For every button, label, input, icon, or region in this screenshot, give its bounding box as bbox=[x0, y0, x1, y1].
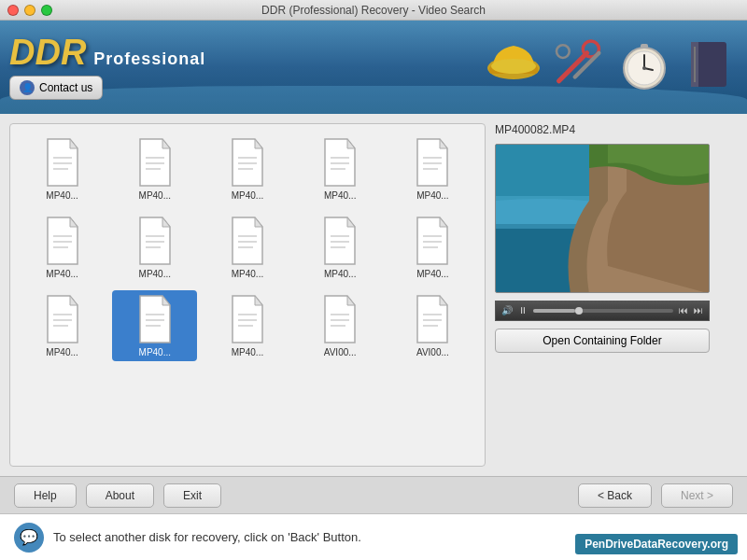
minimize-button[interactable] bbox=[24, 5, 35, 16]
app-header: DDR Professional 👤 Contact us bbox=[0, 21, 747, 114]
file-item[interactable]: MP40... bbox=[112, 290, 197, 361]
help-button[interactable]: Help bbox=[14, 483, 77, 508]
preview-panel: MP400082.MP4 bbox=[495, 123, 738, 467]
title-bar: DDR (Professional) Recovery - Video Sear… bbox=[0, 0, 747, 21]
file-icon bbox=[134, 216, 176, 266]
brand-watermark: PenDriveDataRecovery.org bbox=[575, 534, 738, 554]
maximize-button[interactable] bbox=[41, 5, 52, 16]
file-item[interactable]: AVI00... bbox=[390, 290, 475, 361]
status-message: To select another disk for recovery, cli… bbox=[53, 530, 361, 544]
file-label: MP40... bbox=[139, 269, 171, 279]
preview-filename: MP400082.MP4 bbox=[495, 123, 738, 136]
volume-icon[interactable]: 🔊 bbox=[501, 305, 513, 315]
open-containing-folder-button[interactable]: Open Containing Folder bbox=[495, 329, 710, 353]
next-button[interactable]: Next > bbox=[661, 483, 733, 508]
svg-point-6 bbox=[557, 45, 570, 58]
file-label: MP40... bbox=[139, 347, 171, 357]
file-icon bbox=[42, 216, 83, 266]
file-icon bbox=[319, 137, 360, 188]
file-icon bbox=[412, 137, 453, 188]
file-label: MP40... bbox=[232, 190, 263, 201]
pause-button[interactable]: ⏸ bbox=[518, 305, 528, 315]
file-label: MP40... bbox=[232, 269, 263, 279]
file-label: MP40... bbox=[324, 190, 356, 201]
about-button[interactable]: About bbox=[86, 483, 154, 508]
file-icon bbox=[42, 294, 83, 344]
svg-point-11 bbox=[642, 66, 646, 70]
svg-point-2 bbox=[491, 59, 536, 74]
file-item[interactable]: MP40... bbox=[390, 133, 475, 204]
content-area: MP40... MP40... MP40... MP40... bbox=[0, 114, 747, 476]
file-item[interactable]: MP40... bbox=[20, 212, 105, 283]
fastforward-icon[interactable]: ⏭ bbox=[694, 305, 703, 315]
logo-professional: Professional bbox=[93, 49, 205, 69]
back-button[interactable]: < Back bbox=[578, 483, 652, 508]
main-content: MP40... MP40... MP40... MP40... bbox=[0, 114, 747, 560]
logo-ddr: DDR bbox=[9, 35, 86, 70]
svg-rect-15 bbox=[694, 47, 696, 82]
header-decorations bbox=[486, 30, 738, 95]
file-item[interactable]: MP40... bbox=[204, 290, 289, 361]
progress-dot bbox=[575, 307, 583, 315]
svg-rect-12 bbox=[641, 44, 648, 49]
status-icon: 💬 bbox=[14, 523, 44, 553]
file-label: MP40... bbox=[46, 347, 78, 357]
file-label: MP40... bbox=[416, 269, 448, 279]
file-item[interactable]: MP40... bbox=[204, 133, 289, 204]
status-bar: 💬 To select another disk for recovery, c… bbox=[0, 513, 747, 560]
file-icon bbox=[412, 294, 453, 344]
file-item[interactable]: MP40... bbox=[112, 133, 197, 204]
file-item[interactable]: MP40... bbox=[204, 212, 289, 283]
file-icon bbox=[319, 216, 360, 266]
file-icon bbox=[319, 294, 360, 344]
file-item[interactable]: MP40... bbox=[112, 212, 197, 283]
rewind-icon[interactable]: ⏮ bbox=[679, 305, 688, 315]
file-grid-container[interactable]: MP40... MP40... MP40... MP40... bbox=[9, 123, 486, 467]
file-label: MP40... bbox=[232, 347, 263, 357]
contact-label: Contact us bbox=[39, 81, 92, 94]
file-label: MP40... bbox=[139, 190, 171, 201]
file-item[interactable]: MP40... bbox=[390, 212, 475, 283]
file-icon bbox=[42, 137, 83, 188]
hardhat-icon bbox=[486, 30, 542, 95]
file-item[interactable]: MP40... bbox=[298, 212, 383, 283]
video-frame bbox=[496, 145, 709, 292]
file-label: MP40... bbox=[46, 190, 78, 201]
file-label: MP40... bbox=[46, 269, 78, 279]
file-icon bbox=[134, 137, 176, 188]
contact-icon: 👤 bbox=[20, 80, 35, 95]
file-icon bbox=[227, 137, 268, 188]
file-label: MP40... bbox=[416, 190, 448, 201]
exit-button[interactable]: Exit bbox=[163, 483, 221, 508]
file-label: MP40... bbox=[324, 269, 356, 279]
logo-area: DDR Professional 👤 Contact us bbox=[9, 35, 205, 100]
file-item[interactable]: MP40... bbox=[20, 133, 105, 204]
progress-bar[interactable] bbox=[533, 309, 673, 313]
file-item[interactable]: MP40... bbox=[298, 133, 383, 204]
bottom-bar: Help About Exit < Back Next > bbox=[0, 476, 747, 513]
window-title: DDR (Professional) Recovery - Video Sear… bbox=[261, 4, 486, 17]
window-controls[interactable] bbox=[7, 5, 52, 16]
file-icon bbox=[134, 294, 176, 344]
book-icon bbox=[682, 30, 738, 95]
progress-fill bbox=[533, 309, 575, 313]
file-label: AVI00... bbox=[324, 347, 357, 357]
tools-icon bbox=[551, 30, 607, 95]
stopwatch-icon bbox=[616, 30, 672, 95]
contact-us-button[interactable]: 👤 Contact us bbox=[9, 76, 103, 100]
close-button[interactable] bbox=[7, 5, 19, 16]
video-controls[interactable]: 🔊 ⏸ ⏮ ⏭ bbox=[495, 301, 710, 321]
file-icon bbox=[412, 216, 453, 266]
file-item[interactable]: AVI00... bbox=[298, 290, 383, 361]
file-grid: MP40... MP40... MP40... MP40... bbox=[20, 133, 475, 361]
file-icon bbox=[227, 216, 268, 266]
file-icon bbox=[227, 294, 268, 344]
video-preview bbox=[495, 144, 710, 293]
file-item[interactable]: MP40... bbox=[20, 290, 105, 361]
file-label: AVI00... bbox=[416, 347, 449, 357]
